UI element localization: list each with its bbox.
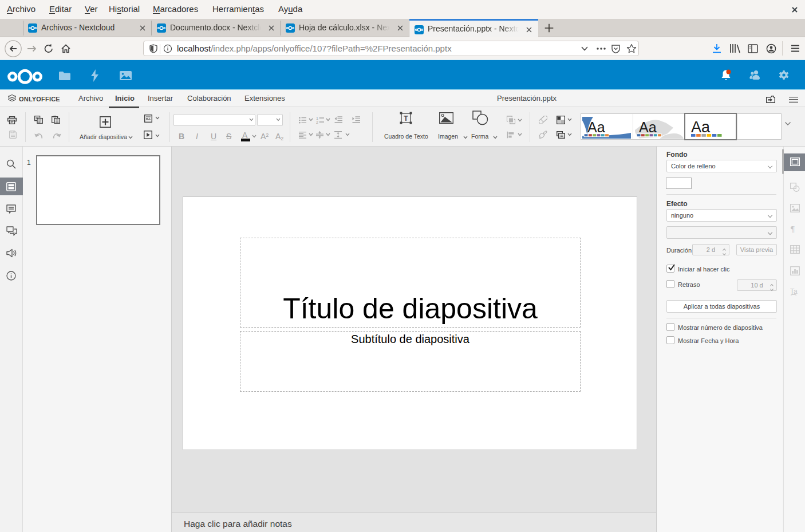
svg-text:Aa: Aa: [587, 119, 605, 135]
svg-text:Aa: Aa: [639, 119, 657, 135]
svg-text:2: 2: [316, 120, 318, 124]
svg-text:T: T: [404, 115, 408, 123]
svg-text:1: 1: [316, 116, 318, 120]
svg-text:¶: ¶: [791, 224, 795, 234]
